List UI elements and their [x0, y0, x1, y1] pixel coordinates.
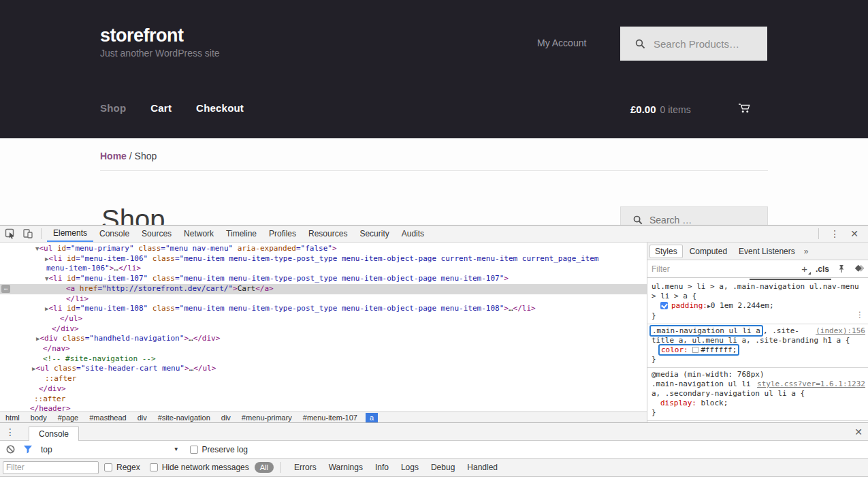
pin-icon[interactable] — [837, 264, 846, 273]
css-declaration[interactable]: padding:▶0 1em 2.244em; — [652, 301, 865, 311]
dom-crumb-body[interactable]: body — [25, 414, 52, 422]
breadcrumb-home-link[interactable]: Home — [100, 151, 127, 161]
my-account-link[interactable]: My Account — [537, 37, 586, 48]
level-filter-info[interactable]: Info — [369, 463, 395, 472]
attr-name-token: class — [134, 244, 161, 253]
devtools-menu-icon[interactable]: ⋮ — [824, 228, 845, 239]
level-filter-logs[interactable]: Logs — [395, 463, 425, 472]
styles-filter-input[interactable] — [652, 264, 754, 274]
row-overflow-dots[interactable]: … — [1, 285, 10, 293]
cart-summary[interactable]: £0.000 items — [630, 104, 691, 115]
level-filter-errors[interactable]: Errors — [288, 463, 323, 472]
content-search[interactable] — [620, 206, 768, 225]
styles-tab-styles[interactable]: Styles — [649, 245, 683, 258]
styles-tab-computed[interactable]: Computed — [685, 245, 732, 258]
console-filter-input[interactable] — [3, 461, 99, 474]
dom-crumb-masthead[interactable]: #masthead — [84, 414, 131, 422]
drawer-menu-icon[interactable]: ⋮ — [0, 426, 20, 437]
dom-crumb-html[interactable]: html — [0, 414, 25, 422]
dom-crumb-menu-primary[interactable]: #menu-primary — [236, 414, 298, 422]
devtools-tab-sources[interactable]: Sources — [135, 226, 178, 242]
toggle-class-icon[interactable]: .cls — [816, 264, 829, 274]
level-filter-handled[interactable]: Handled — [461, 463, 504, 472]
hide-network-checkbox[interactable] — [150, 463, 158, 471]
level-filter-warnings[interactable]: Warnings — [323, 463, 369, 472]
content-search-input[interactable] — [649, 215, 752, 225]
tree-row[interactable]: ▶<div class="handheld-navigation">…</div… — [0, 334, 647, 344]
clear-console-icon[interactable] — [3, 443, 18, 456]
devtools-tab-console[interactable]: Console — [93, 226, 135, 242]
css-rule[interactable]: (index):156.main-navigation ul li a, .si… — [647, 324, 868, 368]
tree-row[interactable]: </header> — [0, 404, 647, 412]
tag-token: </a> — [255, 284, 274, 293]
tree-row[interactable]: ::after — [0, 394, 647, 405]
header-search-input[interactable] — [654, 38, 762, 50]
device-toolbar-icon[interactable] — [20, 227, 35, 240]
header-search[interactable] — [620, 27, 767, 61]
dom-crumb-menu-item-107[interactable]: #menu-item-107 — [298, 414, 363, 422]
inspect-element-icon[interactable] — [3, 227, 18, 240]
drawer-close-icon[interactable]: ✕ — [849, 426, 868, 437]
css-rule[interactable]: @media (min-width: 768px) style.css?ver=… — [647, 368, 868, 421]
devtools-tab-elements[interactable]: Elements — [47, 226, 93, 242]
new-style-rule-icon[interactable]: + — [801, 263, 807, 275]
devtools-close-icon[interactable]: ✕ — [845, 228, 864, 239]
devtools-tab-profiles[interactable]: Profiles — [263, 226, 302, 242]
dom-crumb-div[interactable]: div — [132, 414, 152, 422]
tree-row[interactable]: </ul> — [0, 314, 647, 324]
tree-row[interactable]: ▶<li id="menu-item-108" class="menu-item… — [0, 304, 647, 314]
dom-crumb-a[interactable]: a — [366, 413, 378, 422]
css-rule[interactable]: ul.menu > li > a, .main-navigation ul.na… — [647, 280, 868, 324]
tree-row[interactable]: </div> — [0, 324, 647, 335]
dom-crumb-div[interactable]: div — [216, 414, 236, 422]
regex-checkbox[interactable] — [104, 463, 112, 471]
tag-token: </li> — [66, 294, 89, 303]
tree-row[interactable]: <!-- #site-navigation --> — [0, 354, 647, 364]
more-tabs-icon[interactable]: » — [804, 247, 809, 256]
preserve-log-checkbox[interactable] — [190, 446, 198, 454]
tree-row[interactable]: ▶<li id="menu-item-106" class="menu-item… — [0, 254, 647, 264]
nav-item-cart[interactable]: Cart — [150, 102, 172, 114]
nav-item-shop[interactable]: Shop — [100, 102, 126, 114]
tree-row[interactable]: </div> — [0, 384, 647, 394]
tree-row[interactable]: ::after — [0, 374, 647, 384]
declaration-checkbox-checked[interactable] — [660, 302, 668, 309]
stylesheet-link[interactable]: (index):156 — [816, 326, 865, 336]
css-declaration[interactable]: color: #ffffff; — [652, 345, 865, 355]
nav-item-checkout[interactable]: Checkout — [196, 102, 244, 114]
element-state-icon[interactable] — [854, 264, 864, 273]
devtools-tab-audits[interactable]: Audits — [396, 226, 430, 242]
devtools-tab-resources[interactable]: Resources — [302, 226, 353, 242]
rule-overflow-icon[interactable]: ⋮ — [856, 310, 864, 320]
color-swatch[interactable] — [692, 347, 698, 353]
execution-context-selector[interactable]: top ▼ — [41, 445, 179, 454]
level-filter-debug[interactable]: Debug — [425, 463, 461, 472]
dom-crumb-site-navigation[interactable]: #site-navigation — [152, 414, 216, 422]
text-token: … — [114, 264, 118, 273]
tree-row[interactable]: ▼<li id="menu-item-107" class="menu-item… — [0, 274, 647, 284]
tag-token: </nav> — [43, 344, 70, 353]
drawer-tab-console[interactable]: Console — [29, 426, 79, 441]
level-filter-all[interactable]: All — [255, 462, 274, 473]
search-icon — [633, 215, 643, 225]
devtools-tab-network[interactable]: Network — [178, 226, 220, 242]
breadcrumb-current: Shop — [135, 151, 157, 161]
site-tagline: Just another WordPress site — [100, 48, 220, 59]
devtools-tab-timeline[interactable]: Timeline — [220, 226, 263, 242]
tree-row-selected[interactable]: …<a href="http://storefront.dev/cart/">C… — [0, 284, 647, 294]
primary-navigation: ShopCartCheckout — [100, 102, 244, 114]
devtools-tab-security[interactable]: Security — [353, 226, 395, 242]
cart-icon[interactable] — [739, 103, 751, 117]
css-declaration[interactable]: display: block; — [652, 399, 865, 408]
tree-row[interactable]: ▼<ul id="menu-primary" class="menu nav-m… — [0, 244, 647, 254]
site-title[interactable]: storefront — [100, 25, 184, 46]
tree-row[interactable]: </li> — [0, 294, 647, 305]
tree-row[interactable]: menu-item-106">…</li> — [0, 264, 647, 274]
tree-row[interactable]: </nav> — [0, 344, 647, 354]
tree-row[interactable]: ▶<ul class="site-header-cart menu">…</ul… — [0, 364, 647, 374]
styles-tab-event-listeners[interactable]: Event Listeners — [734, 245, 800, 258]
text-token: … — [509, 304, 513, 313]
filter-funnel-icon[interactable] — [20, 443, 35, 456]
stylesheet-link[interactable]: style.css?ver=1.6.1:1232 — [757, 379, 865, 389]
dom-crumb-page[interactable]: #page — [52, 414, 84, 422]
